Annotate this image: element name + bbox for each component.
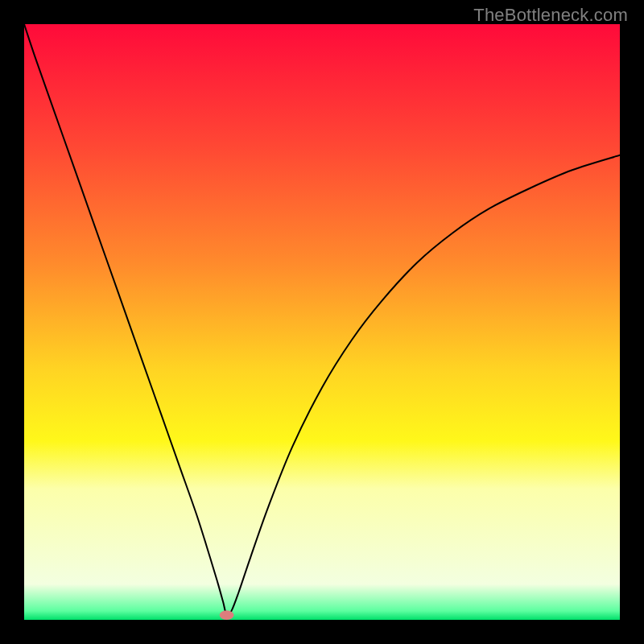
plot-area — [24, 24, 620, 620]
chart-stage: TheBottleneck.com — [0, 0, 644, 644]
optimum-marker — [220, 610, 234, 620]
chart-svg — [24, 24, 620, 620]
watermark-text: TheBottleneck.com — [473, 5, 628, 26]
chart-background — [24, 24, 620, 620]
